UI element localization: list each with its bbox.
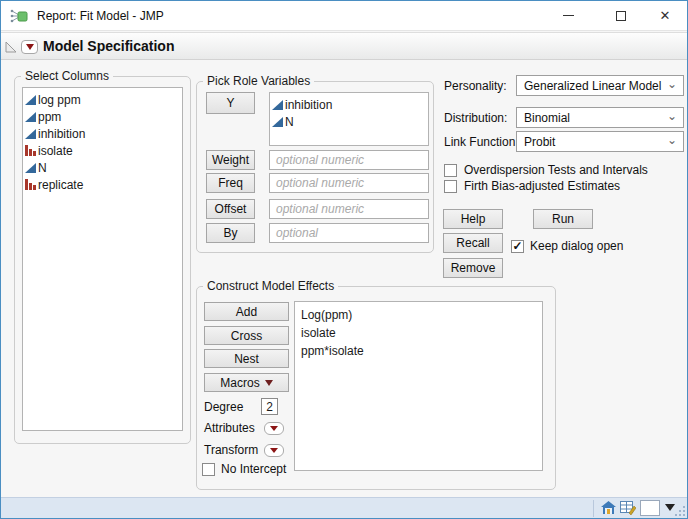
freq-role-button[interactable]: Freq [206,173,255,193]
maximize-button[interactable] [598,1,644,30]
maximize-icon [616,11,626,21]
add-effect-button[interactable]: Add [204,302,289,321]
column-label: inhibition [285,98,332,112]
continuous-icon [25,163,36,173]
weight-role-button[interactable]: Weight [206,150,255,170]
outline-title: Model Specification [43,38,174,54]
check-icon: ✓ [512,240,522,252]
close-icon: ✕ [660,8,671,23]
transform-menu-button[interactable] [264,444,284,457]
link-function-label: Link Function [444,135,515,149]
offset-role-button-label: Offset [215,202,247,216]
overdispersion-checkbox[interactable]: ✓ [444,164,457,177]
chevron-down-icon: ⌄ [667,77,677,91]
attributes-label: Attributes [204,421,255,435]
cross-effect-button[interactable]: Cross [204,326,289,345]
resize-grip[interactable] [673,504,685,516]
zoom-select-box[interactable] [640,500,660,516]
transform-label: Transform [204,443,258,457]
column-label: inhibition [38,127,85,141]
recall-button[interactable]: Recall [443,233,503,253]
column-label: replicate [38,178,83,192]
effect-label: ppm*isolate [301,344,364,358]
list-item[interactable]: log ppm [25,91,180,108]
construct-model-effects-title: Construct Model Effects [203,279,338,293]
attributes-menu-button[interactable] [264,422,284,435]
macros-caret-icon [265,380,273,386]
cross-button-label: Cross [231,329,262,343]
close-button[interactable]: ✕ [642,1,688,30]
data-table-icon[interactable] [620,501,636,515]
list-item[interactable]: ppm [25,108,180,125]
red-triangle-icon [26,44,34,50]
help-button-label: Help [461,212,486,226]
status-bar [1,497,687,518]
outline-collapse-icon[interactable] [5,41,17,53]
effect-item[interactable]: ppm*isolate [301,342,536,360]
list-item[interactable]: inhibition [25,125,180,142]
effect-item[interactable]: isolate [301,324,536,342]
offset-role-button[interactable]: Offset [206,199,255,219]
freq-role-button-label: Freq [218,176,243,190]
list-item[interactable]: N [25,159,180,176]
chevron-down-icon: ⌄ [667,133,677,147]
pick-role-variables-title: Pick Role Variables [203,74,314,88]
degree-label: Degree [204,400,243,414]
title-bar[interactable]: Report: Fit Model - JMP ✕ [1,1,687,31]
red-triangle-icon [270,448,278,453]
placeholder-text: optional [276,226,318,240]
by-role-field[interactable]: optional [269,223,429,243]
distribution-dropdown[interactable]: Binomial ⌄ [516,107,684,128]
column-label: log ppm [38,93,81,107]
help-button[interactable]: Help [443,209,503,229]
column-label: N [38,161,47,175]
model-effects-list[interactable]: Log(ppm) isolate ppm*isolate [294,301,543,471]
add-button-label: Add [236,305,257,319]
placeholder-text: optional numeric [276,202,364,216]
by-role-button-label: By [223,226,237,240]
weight-role-field[interactable]: optional numeric [269,150,429,170]
placeholder-text: optional numeric [276,153,364,167]
continuous-icon [272,117,283,127]
firth-checkbox[interactable]: ✓ [444,180,457,193]
no-intercept-checkbox[interactable]: ✓ [202,463,215,476]
continuous-icon [25,129,36,139]
effect-item[interactable]: Log(ppm) [301,306,536,324]
effect-label: isolate [301,326,336,340]
freq-role-field[interactable]: optional numeric [269,173,429,193]
continuous-icon [25,95,36,105]
nominal-icon [25,145,36,156]
offset-role-field[interactable]: optional numeric [269,199,429,219]
effect-label: Log(ppm) [301,308,352,322]
remove-button-label: Remove [451,261,496,275]
firth-label: Firth Bias-adjusted Estimates [464,179,620,193]
y-role-button[interactable]: Y [206,92,255,114]
nest-effect-button[interactable]: Nest [204,349,289,368]
red-triangle-menu-button[interactable] [21,40,38,54]
list-item[interactable]: replicate [25,176,180,193]
list-item[interactable]: N [272,113,426,130]
remove-button[interactable]: Remove [443,258,503,278]
minimize-button[interactable] [545,1,591,30]
run-button[interactable]: Run [533,209,593,229]
minimize-icon [563,15,574,16]
continuous-icon [25,112,36,122]
by-role-button[interactable]: By [206,223,255,243]
list-item[interactable]: isolate [25,142,180,159]
home-icon[interactable] [601,501,616,515]
continuous-icon [272,100,283,110]
macros-menu-button[interactable]: Macros [204,373,289,392]
weight-role-button-label: Weight [212,153,249,167]
list-item[interactable]: inhibition [272,96,426,113]
degree-field[interactable]: 2 [261,398,278,415]
personality-dropdown[interactable]: Generalized Linear Model ⌄ [516,75,684,96]
link-function-dropdown[interactable]: Probit ⌄ [516,131,684,152]
y-role-list[interactable]: inhibition N [269,92,429,146]
personality-label: Personality: [444,79,507,93]
keep-dialog-open-checkbox[interactable]: ✓ [511,240,524,253]
window-title: Report: Fit Model - JMP [37,9,164,23]
overdispersion-label: Overdispersion Tests and Intervals [464,163,648,177]
link-function-value: Probit [524,135,555,149]
nominal-icon [25,179,36,190]
select-columns-list[interactable]: log ppm ppm inhibition isolate N replica… [22,87,183,431]
